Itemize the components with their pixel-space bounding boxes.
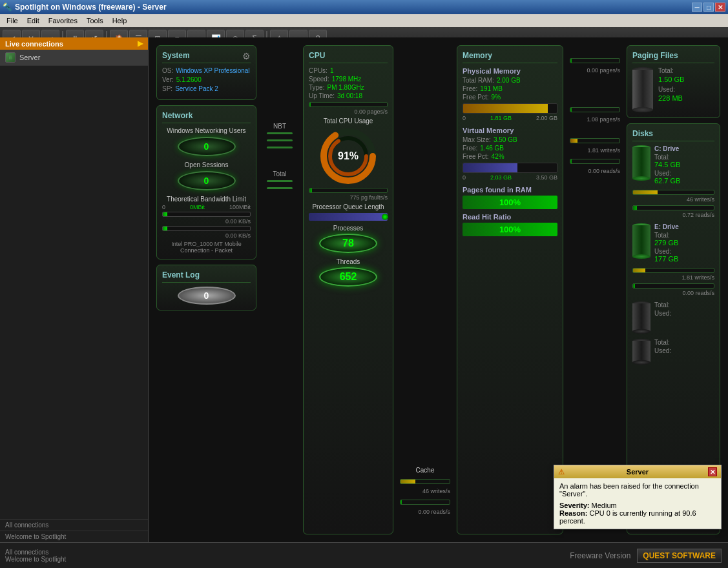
c-total-value: 74.5 GB xyxy=(654,161,680,168)
sidebar-footer: All connections Welcome to Spotlight xyxy=(0,519,148,542)
menu-tools[interactable]: Tools xyxy=(83,15,107,26)
title-bar-controls: ─ □ ✕ xyxy=(692,3,725,12)
f-cyl-body xyxy=(632,303,650,332)
notification-popup: ⚠ Server ✕ An alarm has been raised for … xyxy=(554,465,722,529)
f-used-label: Used: xyxy=(654,310,671,317)
cpu-panel: CPU CPUs: 1 Speed: 1798 MHz Type: PM 1.8… xyxy=(303,45,393,534)
c-drive-name: C: Drive xyxy=(654,145,680,152)
sidebar-expand-icon[interactable]: ▶ xyxy=(138,39,143,48)
sidebar-welcome[interactable]: Welcome to Spotlight xyxy=(0,531,148,542)
c-drive-row: C: Drive Total: 74.5 GB Used: 62.7 GB xyxy=(632,145,714,185)
sidebar-all-connections[interactable]: All connections xyxy=(0,519,148,531)
vm-bar-labels: 0 2.03 GB 3.50 GB xyxy=(463,174,557,181)
menu-edit[interactable]: Edit xyxy=(23,15,43,26)
menu-help[interactable]: Help xyxy=(109,15,131,26)
disks-title: Disks xyxy=(632,129,714,141)
threads-label: Threads xyxy=(309,258,388,265)
col-cpu: CPU CPUs: 1 Speed: 1798 MHz Type: PM 1.8… xyxy=(303,45,393,534)
c-reads-fill xyxy=(633,206,637,210)
statusbar-all-connections[interactable]: All connections xyxy=(5,549,143,556)
cyl-bottom xyxy=(632,107,653,112)
f-drive-row: Total: Used: xyxy=(632,301,714,334)
vm-writes-label: 1.81 writes/s xyxy=(570,147,620,154)
paging-info: Total: 1.50 GB Used: 228 MB xyxy=(658,67,684,102)
virtual-title: Virtual Memory xyxy=(463,127,557,134)
vm-io-fill-writes xyxy=(570,139,577,143)
notification-close-button[interactable]: ✕ xyxy=(708,467,717,476)
c-cyl-body xyxy=(632,147,650,179)
severity-label: Severity: xyxy=(559,502,589,509)
memory-panel: Memory Physical Memory Total RAM: 2.00 G… xyxy=(457,45,563,534)
os-row: OS: Windows XP Professional xyxy=(162,67,251,74)
network-panel: Network Windows Networking Users 0 Open … xyxy=(156,105,256,259)
g-cyl-bottom xyxy=(632,360,650,365)
nbt-bar-2 xyxy=(267,139,293,141)
cache-fill-1 xyxy=(400,480,415,483)
minimize-button[interactable]: ─ xyxy=(692,3,702,12)
mem-pages-top: 0.00 pages/s xyxy=(570,67,620,74)
e-reads-label: 0.00 reads/s xyxy=(632,290,714,296)
vm-io-bar-writes xyxy=(570,138,620,143)
g-drive-row: Total: Used: xyxy=(632,339,714,365)
ram-bar-fill xyxy=(463,104,548,113)
queue-bar xyxy=(309,213,388,221)
c-cylinder xyxy=(632,145,650,181)
title-bar-left: 🔦 Spotlight on Windows (freeware) - Serv… xyxy=(3,3,167,12)
ver-label: Ver: xyxy=(162,76,174,83)
e-io-section: 1.81 writes/s 0.00 reads/s xyxy=(632,268,714,296)
ram-bar-labels: 0 1.81 GB 2.00 GB xyxy=(463,115,557,121)
vm-bar-container xyxy=(463,163,557,173)
e-total-label: Total: xyxy=(654,232,679,239)
menu-bar: File Edit Favorites Tools Help xyxy=(0,14,728,27)
sp-row: SP: Service Pack 2 xyxy=(162,85,251,92)
type-value: PM 1.80GHz xyxy=(327,84,364,91)
e-drive-row: E: Drive Total: 279 GB Used: 177 GB xyxy=(632,223,714,263)
e-drive-info: E: Drive Total: 279 GB Used: 177 GB xyxy=(654,223,679,263)
vm-bar-fill xyxy=(463,163,517,172)
paging-content: Total: 1.50 GB Used: 228 MB xyxy=(632,67,714,112)
event-log-value: 0 xyxy=(178,287,236,305)
e-cylinder xyxy=(632,223,650,259)
bandwidth-bar xyxy=(162,212,251,217)
close-button[interactable]: ✕ xyxy=(715,3,725,12)
vm-io-fill-reads xyxy=(570,159,572,163)
bandwidth-fill-2 xyxy=(163,227,167,230)
notification-body: An alarm has been raised for the connect… xyxy=(554,478,721,529)
sidebar-server-label: Server xyxy=(19,54,40,61)
sp-label: SP: xyxy=(162,85,172,92)
cylinder-paging xyxy=(632,67,653,112)
e-total-value: 279 GB xyxy=(654,239,679,247)
menu-favorites[interactable]: Favorites xyxy=(45,15,81,26)
free-pct-label: Free Pct: xyxy=(463,94,489,101)
cpu-pages-top: 0.00 pages/s xyxy=(309,108,388,115)
total-ram-label: Total RAM: xyxy=(463,77,494,84)
e-writes-fill xyxy=(633,269,645,272)
open-sessions-value: 0 xyxy=(178,171,236,190)
sidebar: Live connections ▶ 🖥 Server All connecti… xyxy=(0,37,149,542)
sidebar-item-server[interactable]: 🖥 Server xyxy=(0,50,148,66)
bandwidth-label: Theoretical Bandwidth Limit xyxy=(162,196,251,203)
f-total-label: Total: xyxy=(654,301,671,309)
c-used-value: 62.7 GB xyxy=(654,177,680,185)
max-size-row: Max Size: 3.50 GB xyxy=(463,136,557,143)
statusbar-welcome[interactable]: Welcome to Spotlight xyxy=(5,556,143,563)
vfree-value: 1.46 GB xyxy=(480,145,504,152)
menu-file[interactable]: File xyxy=(3,15,22,26)
bandwidth-fill xyxy=(163,212,167,216)
cache-label: Cache xyxy=(400,467,450,474)
notification-message: An alarm has been raised for the connect… xyxy=(559,482,716,498)
cache-fill-2 xyxy=(400,500,402,504)
network-title: Network xyxy=(162,111,251,123)
notification-title: Server xyxy=(627,468,649,476)
cpus-label: CPUs: xyxy=(309,67,328,74)
vfree-pct-row: Free Pct: 42% xyxy=(463,153,557,160)
maximize-button[interactable]: □ xyxy=(703,3,714,12)
physical-memory-section: Physical Memory Total RAM: 2.00 GB Free:… xyxy=(463,67,557,121)
speed-row: Speed: 1798 MHz xyxy=(309,76,388,83)
bw-val2: 0.00 KB/s xyxy=(162,232,251,239)
cache-writes: 46 writes/s xyxy=(400,488,450,494)
gear-icon[interactable]: ⚙ xyxy=(242,51,251,61)
speed-value: 1798 MHz xyxy=(332,76,362,83)
mem-io-fill-1 xyxy=(570,59,572,63)
app-icon: 🔦 xyxy=(3,3,12,12)
